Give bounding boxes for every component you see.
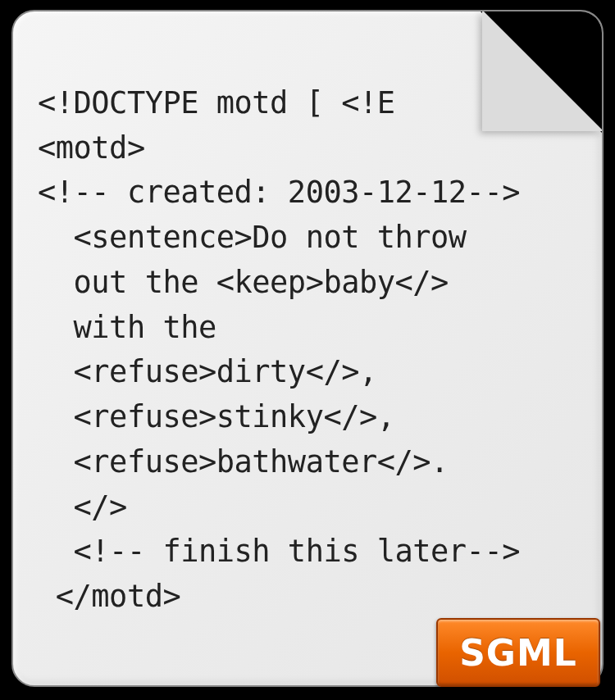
sgml-badge: SGML [436,618,600,687]
code-line: <sentence>Do not throw [38,220,467,255]
code-line: <!-- finish this later--> [38,534,520,569]
code-line: <refuse>bathwater</>. [38,444,449,480]
code-line: <refuse>dirty</>, [38,354,377,389]
badge-label: SGML [459,632,577,674]
document-page: <!DOCTYPE motd [ <!E <motd> <!-- created… [11,10,604,687]
code-line: <!-- created: 2003-12-12--> [38,175,520,210]
code-line: </motd> [38,579,180,614]
code-line: out the <keep>baby</> [38,265,449,300]
folded-corner [481,10,604,133]
fold-triangle [482,10,604,131]
code-line: <!DOCTYPE motd [ <!E [38,85,395,120]
code-line: <motd> [38,130,145,166]
code-line: with the [38,310,216,345]
code-line: </> [38,489,127,525]
code-line: <refuse>stinky</>, [38,399,395,434]
